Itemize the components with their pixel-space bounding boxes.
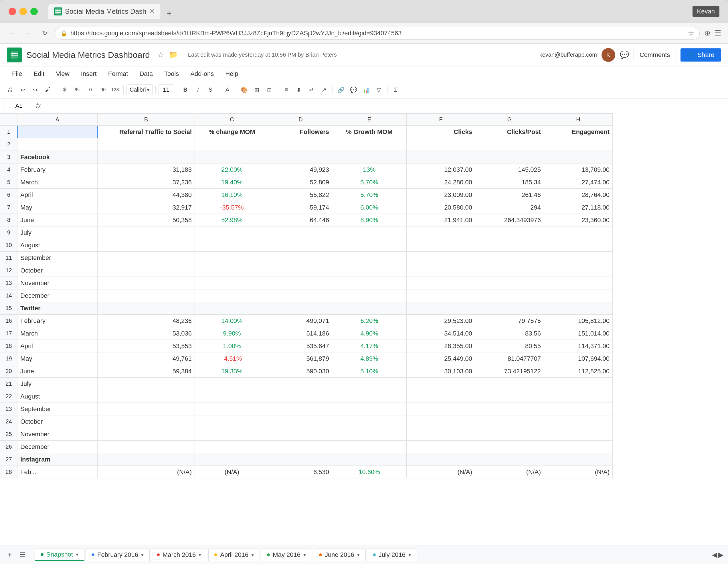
menu-help[interactable]: Help — [220, 68, 243, 80]
cell-a2[interactable] — [17, 138, 98, 151]
cell-h18[interactable]: 114,371.00 — [544, 340, 613, 353]
cell-b2[interactable] — [98, 138, 195, 151]
cell-d11[interactable] — [269, 252, 332, 264]
cell-d10[interactable] — [269, 239, 332, 252]
merge-button[interactable]: ⊡ — [264, 84, 275, 95]
cell-b13[interactable] — [98, 277, 195, 290]
cell-b15[interactable] — [98, 302, 195, 315]
cell-c20[interactable]: 19.33% — [195, 365, 269, 378]
cell-f2[interactable] — [407, 138, 475, 151]
cell-h8[interactable]: 23,360.00 — [544, 214, 613, 226]
cell-a21[interactable]: July — [17, 378, 98, 390]
forward-button[interactable]: → — [23, 27, 34, 39]
cell-e1[interactable]: % Growth MOM — [332, 126, 407, 138]
cell-c21[interactable] — [195, 378, 269, 390]
wrap-text-button[interactable]: ↵ — [306, 84, 317, 95]
cell-e20[interactable]: 5.10% — [332, 365, 407, 378]
cell-h19[interactable]: 107,694.00 — [544, 353, 613, 365]
insert-link-button[interactable]: 🔗 — [336, 84, 347, 95]
currency-button[interactable]: $ — [59, 84, 70, 95]
cell-d8[interactable]: 64,446 — [269, 214, 332, 226]
tab-dropdown-icon[interactable]: ▾ — [408, 552, 411, 558]
cell-h20[interactable]: 112,825.00 — [544, 365, 613, 378]
reload-button[interactable]: ↻ — [39, 27, 50, 39]
cell-f6[interactable]: 23,009.00 — [407, 189, 475, 201]
redo-button[interactable]: ↪ — [30, 84, 41, 95]
formula-input[interactable] — [44, 101, 723, 111]
cell-b21[interactable] — [98, 378, 195, 390]
cell-e28[interactable]: 10.60% — [332, 466, 407, 478]
cell-f20[interactable]: 30,103.00 — [407, 365, 475, 378]
cell-f4[interactable]: 12,037.00 — [407, 163, 475, 176]
cell-c28[interactable]: (N/A) — [195, 466, 269, 478]
tab-dropdown-icon[interactable]: ▾ — [251, 552, 254, 558]
cell-a27[interactable]: Instagram — [17, 453, 98, 466]
cell-h7[interactable]: 27,118.00 — [544, 201, 613, 214]
cell-e16[interactable]: 6.20% — [332, 315, 407, 327]
col-header-c[interactable]: C — [195, 114, 269, 126]
cell-a25[interactable]: November — [17, 428, 98, 441]
maximize-button[interactable] — [30, 8, 38, 15]
cell-d3[interactable] — [269, 151, 332, 163]
minimize-button[interactable] — [19, 8, 27, 15]
cell-f19[interactable]: 25,449.00 — [407, 353, 475, 365]
cell-c19[interactable]: -4.51% — [195, 353, 269, 365]
cell-g5[interactable]: 185.34 — [475, 176, 544, 189]
insert-chart-button[interactable]: 📊 — [361, 84, 372, 95]
cell-g8[interactable]: 264.3493976 — [475, 214, 544, 226]
text-rotation-button[interactable]: ↗ — [319, 84, 330, 95]
menu-data[interactable]: Data — [134, 68, 158, 80]
cell-d7[interactable]: 59,174 — [269, 201, 332, 214]
cell-a19[interactable]: May — [17, 353, 98, 365]
cell-b8[interactable]: 50,358 — [98, 214, 195, 226]
cell-e7[interactable]: 6.00% — [332, 201, 407, 214]
cell-b6[interactable]: 44,380 — [98, 189, 195, 201]
cell-g18[interactable]: 80.55 — [475, 340, 544, 353]
cell-a18[interactable]: April — [17, 340, 98, 353]
sheet-tab-july[interactable]: July 2016 ▾ — [367, 549, 417, 561]
cell-f5[interactable]: 24,280.00 — [407, 176, 475, 189]
cell-a13[interactable]: November — [17, 277, 98, 290]
cell-b17[interactable]: 53,036 — [98, 327, 195, 340]
cell-b10[interactable] — [98, 239, 195, 252]
col-header-a[interactable]: A — [17, 114, 98, 126]
comments-button[interactable]: Comments — [634, 49, 676, 61]
cell-g3[interactable] — [475, 151, 544, 163]
cell-c18[interactable]: 1.00% — [195, 340, 269, 353]
cell-d17[interactable]: 514,186 — [269, 327, 332, 340]
cell-a14[interactable]: December — [17, 290, 98, 302]
col-header-f[interactable]: F — [407, 114, 475, 126]
cell-g19[interactable]: 81.0477707 — [475, 353, 544, 365]
cell-d2[interactable] — [269, 138, 332, 151]
cell-d16[interactable]: 490,071 — [269, 315, 332, 327]
sheet-tab-may[interactable]: May 2016 ▾ — [261, 549, 312, 561]
menu-insert[interactable]: Insert — [76, 68, 102, 80]
menu-edit[interactable]: Edit — [28, 68, 50, 80]
sheet-tab-june[interactable]: June 2016 ▾ — [313, 549, 366, 561]
favorite-icon[interactable]: ☆ — [157, 50, 164, 59]
cell-b20[interactable]: 59,384 — [98, 365, 195, 378]
cell-c14[interactable] — [195, 290, 269, 302]
cell-c1[interactable]: % change MOM — [195, 126, 269, 138]
cell-f3[interactable] — [407, 151, 475, 163]
cell-d9[interactable] — [269, 226, 332, 239]
cell-e3[interactable] — [332, 151, 407, 163]
cell-c12[interactable] — [195, 264, 269, 277]
menu-file[interactable]: File — [7, 68, 27, 80]
cell-d13[interactable] — [269, 277, 332, 290]
cell-b9[interactable] — [98, 226, 195, 239]
cell-h12[interactable] — [544, 264, 613, 277]
menu-view[interactable]: View — [51, 68, 74, 80]
browser-tab-active[interactable]: Social Media Metrics Dash ✕ — [48, 4, 161, 19]
sheet-tab-february[interactable]: February 2016 ▾ — [86, 549, 150, 561]
cell-c2[interactable] — [195, 138, 269, 151]
cell-g10[interactable] — [475, 239, 544, 252]
cell-a26[interactable]: December — [17, 441, 98, 453]
italic-button[interactable]: I — [193, 84, 203, 95]
cell-e18[interactable]: 4.17% — [332, 340, 407, 353]
cell-f13[interactable] — [407, 277, 475, 290]
cell-c16[interactable]: 14.00% — [195, 315, 269, 327]
menu-tools[interactable]: Tools — [159, 68, 184, 80]
cell-b1[interactable]: Referral Traffic to Social — [98, 126, 195, 138]
cell-c3[interactable] — [195, 151, 269, 163]
